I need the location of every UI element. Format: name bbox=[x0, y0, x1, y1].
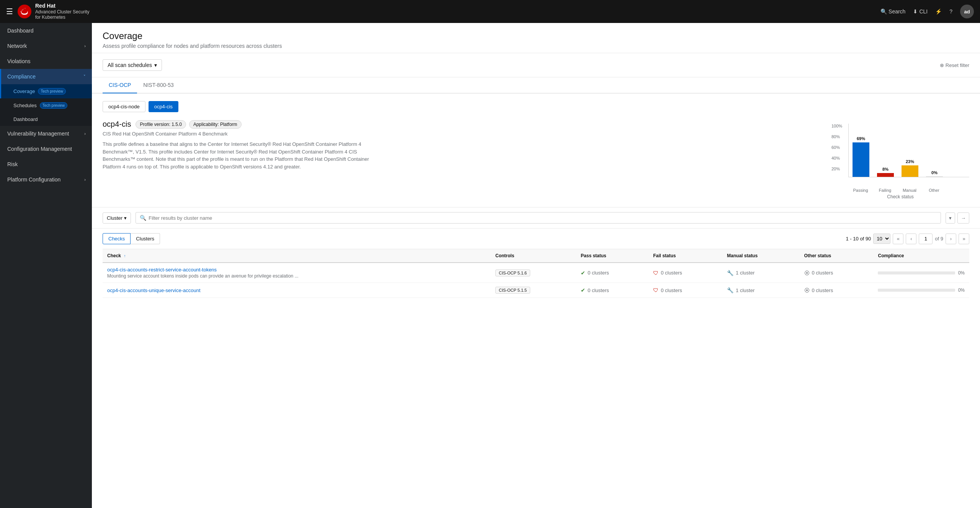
control-cell: CIS-OCP 5.1.5 bbox=[491, 283, 576, 298]
reset-filter-btn[interactable]: ⊗ Reset filter bbox=[940, 62, 969, 68]
cluster-search-box[interactable]: 🔍 bbox=[136, 212, 941, 224]
control-badge: CIS-OCP 5.1.5 bbox=[495, 287, 530, 294]
manual-status-cell: 🔧 1 cluster bbox=[722, 283, 799, 298]
bar-other-fill bbox=[926, 176, 943, 177]
subtab-ocp4-cis-node[interactable]: ocp4-cis-node bbox=[103, 101, 145, 112]
col-controls: Controls bbox=[491, 249, 576, 263]
chart-bars-area: 69%8%23%0% bbox=[848, 124, 969, 177]
compliance-bar-cell: 0% bbox=[878, 270, 965, 276]
pass-icon: ✔ bbox=[581, 287, 585, 293]
sidebar-item-compliance[interactable]: Compliance ˅ bbox=[0, 69, 92, 84]
schedules-tech-preview-badge: Tech preview bbox=[40, 102, 67, 109]
arrow-right-icon: → bbox=[961, 215, 966, 221]
chart-bar-passing: 69% bbox=[853, 127, 869, 177]
version-badge: Profile version: 1.5.0 bbox=[136, 120, 186, 129]
network-label: Network bbox=[7, 43, 27, 49]
fail-icon: 🛡 bbox=[653, 270, 658, 276]
scan-schedule-dropdown[interactable]: All scan schedules ▾ bbox=[103, 59, 162, 71]
check-cell: ocp4-cis-accounts-restrict-service-accou… bbox=[103, 263, 491, 283]
applicability-badge: Applicability: Platform bbox=[189, 120, 242, 129]
compliance-percentage: 0% bbox=[958, 287, 965, 293]
sidebar-item-compliance-dashboard[interactable]: Dashboard bbox=[0, 113, 92, 126]
violations-label: Violations bbox=[7, 58, 30, 64]
filter-arrow-btn[interactable]: → bbox=[957, 212, 969, 224]
columns-dropdown-icon: ▾ bbox=[949, 215, 952, 221]
tab-cis-ocp[interactable]: CIS-OCP bbox=[103, 77, 137, 93]
chart-title: Check status bbox=[831, 194, 969, 199]
first-page-btn[interactable]: « bbox=[893, 234, 903, 244]
checks-table: Check ↑ Controls Pass status Fail status… bbox=[103, 249, 969, 298]
fail-status-cell: 🛡 0 clusters bbox=[648, 263, 722, 283]
fail-status-cell: 🛡 0 clusters bbox=[648, 283, 722, 298]
compliance-label: Compliance bbox=[7, 74, 36, 80]
control-badge: CIS-OCP 5.1.6 bbox=[495, 270, 530, 276]
sidebar-item-coverage[interactable]: Coverage Tech preview bbox=[0, 84, 92, 98]
compliance-sub-menu: Coverage Tech preview Schedules Tech pre… bbox=[0, 84, 92, 126]
compliance-bar bbox=[878, 271, 955, 274]
sidebar-item-violations[interactable]: Violations bbox=[0, 54, 92, 69]
per-page-select[interactable]: 10 25 50 bbox=[873, 234, 890, 244]
activity-nav-item[interactable]: ⚡ bbox=[935, 8, 942, 15]
pagination-range: 1 - 10 of 90 bbox=[846, 236, 871, 242]
sidebar-item-dashboard[interactable]: Dashboard bbox=[0, 23, 92, 38]
user-avatar[interactable]: ad bbox=[960, 5, 974, 18]
last-page-btn[interactable]: » bbox=[959, 234, 969, 244]
tab-nist-800-53[interactable]: NIST-800-53 bbox=[137, 77, 180, 93]
table-row: ocp4-cis-accounts-unique-service-account… bbox=[103, 283, 969, 298]
pass-status-cell: ✔ 0 clusters bbox=[576, 283, 648, 298]
sidebar-item-network[interactable]: Network › bbox=[0, 38, 92, 54]
results-tabs-group: Checks Clusters bbox=[103, 233, 160, 244]
check-name-link[interactable]: ocp4-cis-accounts-restrict-service-accou… bbox=[107, 267, 217, 273]
profile-section: ocp4-cis-node ocp4-cis ocp4-cis Profile … bbox=[92, 93, 980, 207]
check-name-link[interactable]: ocp4-cis-accounts-unique-service-account bbox=[107, 287, 201, 293]
other-icon: ⦿ bbox=[804, 287, 810, 293]
sidebar-item-schedules[interactable]: Schedules Tech preview bbox=[0, 98, 92, 113]
profile-tabs: CIS-OCP NIST-800-53 bbox=[92, 77, 980, 93]
page-number-input[interactable] bbox=[919, 234, 933, 244]
sidebar-item-configuration[interactable]: Configuration Management bbox=[0, 141, 92, 157]
coverage-tech-preview-badge: Tech preview bbox=[38, 88, 65, 95]
reset-filter-label: Reset filter bbox=[946, 62, 969, 68]
profile-info: ocp4-cis Profile version: 1.5.0 Applicab… bbox=[103, 120, 831, 199]
filter-bar: All scan schedules ▾ ⊗ Reset filter bbox=[92, 53, 980, 77]
table-row: ocp4-cis-accounts-restrict-service-accou… bbox=[103, 263, 969, 283]
results-tabs-row: Checks Clusters 1 - 10 of 90 10 25 50 « … bbox=[103, 229, 969, 249]
manual-status: 🔧 1 cluster bbox=[727, 287, 795, 293]
brand-logo-area: Red Hat Advanced Cluster Security for Ku… bbox=[18, 3, 89, 20]
compliance-cell: 0% bbox=[873, 263, 969, 283]
filter-columns-btn[interactable]: ▾ bbox=[946, 212, 955, 224]
manual-status: 🔧 1 cluster bbox=[727, 270, 795, 276]
app-body: Dashboard Network › Violations Complianc… bbox=[0, 23, 980, 508]
chart-bar-manual: 23% bbox=[902, 127, 918, 177]
subtab-ocp4-cis[interactable]: ocp4-cis bbox=[149, 101, 178, 112]
sidebar-item-risk[interactable]: Risk bbox=[0, 157, 92, 172]
page-title: Coverage bbox=[103, 31, 969, 41]
check-description: Mounting service account tokens inside p… bbox=[107, 273, 486, 279]
cli-nav-item[interactable]: ⬇ CLI bbox=[913, 8, 928, 15]
sidebar-item-platform[interactable]: Platform Configuration › bbox=[0, 172, 92, 187]
compliance-chart: 100% 80% 60% 40% 20% 69%8%23%0% PassingF… bbox=[831, 120, 969, 199]
tab-checks[interactable]: Checks bbox=[103, 233, 131, 244]
help-nav-item[interactable]: ? bbox=[949, 8, 952, 15]
profile-details: ocp4-cis Profile version: 1.5.0 Applicab… bbox=[103, 120, 969, 199]
cluster-search-input[interactable] bbox=[149, 215, 937, 221]
cluster-select-dropdown[interactable]: Cluster ▾ bbox=[103, 212, 131, 224]
hamburger-menu[interactable]: ☰ bbox=[6, 7, 13, 16]
manual-icon: 🔧 bbox=[727, 287, 733, 293]
search-nav-item[interactable]: 🔍 Search bbox=[880, 8, 905, 15]
top-navigation: ☰ Red Hat Advanced Cluster Security for … bbox=[0, 0, 980, 23]
download-icon: ⬇ bbox=[913, 8, 918, 15]
prev-page-btn[interactable]: ‹ bbox=[906, 234, 916, 244]
chevron-down-icon: ˅ bbox=[83, 74, 86, 79]
main-content: Coverage Assess profile compliance for n… bbox=[92, 23, 980, 508]
sidebar-item-vulnerability[interactable]: Vulnerability Management › bbox=[0, 126, 92, 141]
page-header: Coverage Assess profile compliance for n… bbox=[92, 23, 980, 53]
pagination: 1 - 10 of 90 10 25 50 « ‹ of 9 › » bbox=[846, 234, 969, 244]
dropdown-icon: ▾ bbox=[154, 62, 157, 68]
vuln-chevron-icon: › bbox=[84, 131, 86, 136]
next-page-btn[interactable]: › bbox=[946, 234, 956, 244]
tab-clusters[interactable]: Clusters bbox=[131, 233, 160, 244]
profile-badges: Profile version: 1.5.0 Applicability: Pl… bbox=[136, 120, 241, 129]
col-check[interactable]: Check ↑ bbox=[103, 249, 491, 263]
other-status-cell: ⦿ 0 clusters bbox=[800, 283, 874, 298]
